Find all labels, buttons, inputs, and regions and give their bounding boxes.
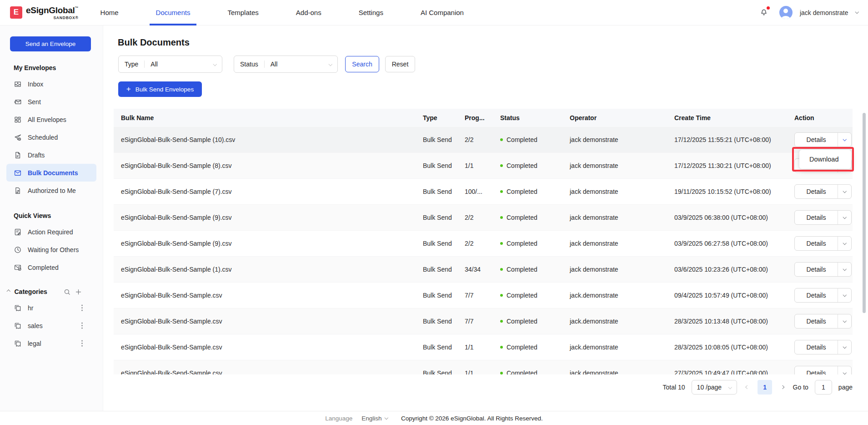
goto-page-input[interactable] xyxy=(815,380,832,395)
page-suffix-label: page xyxy=(838,384,853,391)
sidebar-item-bulk-documents[interactable]: Bulk Documents xyxy=(6,164,96,182)
cell-bulk-name: eSignGlobal-Bulk-Send-Sample (7).csv xyxy=(114,188,423,195)
bulk-send-envelopes-button[interactable]: + Bulk Send Envelopes xyxy=(118,81,202,97)
category-item-hr[interactable]: hr xyxy=(6,299,96,317)
search-button[interactable]: Search xyxy=(345,56,379,72)
language-select[interactable]: English xyxy=(361,415,387,422)
sidebar-item-authorized-to-me[interactable]: Authorized to Me xyxy=(6,182,96,199)
send-envelope-button[interactable]: Send an Envelope xyxy=(10,36,91,51)
details-button[interactable]: Details xyxy=(794,210,852,225)
search-icon[interactable] xyxy=(64,288,70,295)
reset-button[interactable]: Reset xyxy=(385,56,415,72)
pagination: Total 10 10 /page 1 Go to page xyxy=(114,380,853,395)
cell-type: Bulk Send xyxy=(423,292,465,299)
chevron-down-icon[interactable] xyxy=(838,366,851,374)
table-row: eSignGlobal-Bulk-Send-Sample (8).csv Bul… xyxy=(114,153,853,179)
status-filter-select[interactable]: Status All xyxy=(234,56,338,73)
nav-item-ai-companion[interactable]: AI Companion xyxy=(421,0,464,25)
status-dot xyxy=(500,138,503,141)
nav-item-settings[interactable]: Settings xyxy=(359,0,383,25)
sidebar-item-label: Bulk Documents xyxy=(28,169,78,177)
sidebar-item-all-envelopes[interactable]: All Envelopes xyxy=(6,111,96,128)
prev-page-icon[interactable] xyxy=(743,384,752,390)
cell-progress: 7/7 xyxy=(465,292,500,299)
type-filter-label: Type xyxy=(119,61,144,68)
kebab-menu-icon[interactable] xyxy=(81,307,83,309)
category-item-sales[interactable]: sales xyxy=(6,317,96,334)
sidebar-item-scheduled[interactable]: Scheduled xyxy=(6,128,96,146)
page-number-button[interactable]: 1 xyxy=(758,380,772,395)
brand-logo[interactable]: E eSignGlobal ™ SANDBOX® xyxy=(10,5,79,20)
kebab-menu-icon[interactable] xyxy=(81,343,83,344)
details-button[interactable]: Details xyxy=(794,340,852,354)
sidebar-item-waiting-for-others[interactable]: Waiting for Others xyxy=(6,241,96,258)
cell-type: Bulk Send xyxy=(423,369,465,374)
brand-name: eSignGlobal xyxy=(26,5,75,15)
page-title: Bulk Documents xyxy=(118,37,868,48)
cell-create-time: 27/3/2025 10:49:47 (UTC+08:00) xyxy=(674,369,794,374)
bell-icon[interactable] xyxy=(759,7,768,18)
kebab-menu-icon[interactable] xyxy=(81,325,83,326)
cell-operator: jack demonstrate xyxy=(570,240,674,247)
chevron-down-icon[interactable] xyxy=(838,288,851,302)
cell-bulk-name: eSignGlobal-Bulk-Send-Sample (9).csv xyxy=(114,214,423,221)
cell-action: Details xyxy=(794,210,853,225)
categories-header: Categories xyxy=(6,288,96,295)
download-menu-item[interactable]: Download xyxy=(799,150,851,169)
main-nav: HomeDocumentsTemplatesAdd-onsSettingsAI … xyxy=(100,0,464,25)
nav-item-documents[interactable]: Documents xyxy=(156,0,191,25)
chevron-down-icon[interactable] xyxy=(838,133,851,147)
details-button[interactable]: Details xyxy=(794,132,852,147)
action-required-icon xyxy=(14,228,22,236)
chevron-down-icon xyxy=(384,416,388,420)
sidebar-item-drafts[interactable]: Drafts xyxy=(6,146,96,164)
status-dot xyxy=(500,268,503,271)
chevron-down-icon[interactable] xyxy=(838,314,851,328)
chevron-down-icon[interactable] xyxy=(855,10,858,14)
cell-status: Completed xyxy=(500,266,570,273)
category-item-legal[interactable]: legal xyxy=(6,334,96,352)
chevron-down-icon[interactable] xyxy=(838,211,851,224)
sidebar-item-action-required[interactable]: Action Required xyxy=(6,223,96,241)
details-button[interactable]: Details xyxy=(794,236,852,251)
notification-dot xyxy=(767,6,770,10)
chevron-down-icon[interactable] xyxy=(838,237,851,250)
sidebar-item-completed[interactable]: Completed xyxy=(6,258,96,276)
user-name[interactable]: jack demonstrate xyxy=(800,9,848,16)
nav-item-add-ons[interactable]: Add-ons xyxy=(296,0,321,25)
status-filter-label: Status xyxy=(234,61,264,68)
details-button[interactable]: Details xyxy=(794,184,852,199)
chevron-down-icon[interactable] xyxy=(838,185,851,198)
page-size-value: 10 /page xyxy=(697,384,722,391)
table-row: eSignGlobal-Bulk-Send-Sample (9).csv Bul… xyxy=(114,205,853,231)
details-button[interactable]: Details xyxy=(794,262,852,277)
status-text: Completed xyxy=(507,318,537,325)
brand-logo-icon: E xyxy=(10,6,22,19)
completed-icon xyxy=(14,263,22,272)
details-button[interactable]: Details xyxy=(794,288,852,303)
chevron-down-icon[interactable] xyxy=(838,263,851,276)
nav-item-templates[interactable]: Templates xyxy=(227,0,258,25)
avatar[interactable] xyxy=(779,6,793,19)
page-size-select[interactable]: 10 /page xyxy=(692,380,737,395)
nav-item-home[interactable]: Home xyxy=(100,0,119,25)
next-page-icon[interactable] xyxy=(778,384,787,390)
header-right: jack demonstrate xyxy=(759,6,858,19)
status-text: Completed xyxy=(507,136,537,143)
cell-bulk-name: eSignGlobal-Bulk-Send-Sample (10).csv xyxy=(114,136,423,143)
details-button[interactable]: Details xyxy=(794,314,852,329)
add-category-icon[interactable] xyxy=(75,288,82,295)
sidebar-item-inbox[interactable]: Inbox xyxy=(6,75,96,93)
table-scrollbar[interactable] xyxy=(863,113,866,313)
status-dot xyxy=(500,372,503,374)
status-text: Completed xyxy=(507,266,537,273)
cell-progress: 2/2 xyxy=(465,240,500,247)
sidebar-item-sent[interactable]: Sent xyxy=(6,93,96,111)
chevron-down-icon[interactable] xyxy=(838,340,851,354)
status-text: Completed xyxy=(507,188,537,195)
chevron-up-icon[interactable] xyxy=(7,290,10,293)
details-button[interactable]: Details xyxy=(794,366,852,374)
type-filter-select[interactable]: Type All xyxy=(118,56,222,73)
authorized-icon xyxy=(14,187,22,195)
col-header-status: Status xyxy=(500,114,570,121)
